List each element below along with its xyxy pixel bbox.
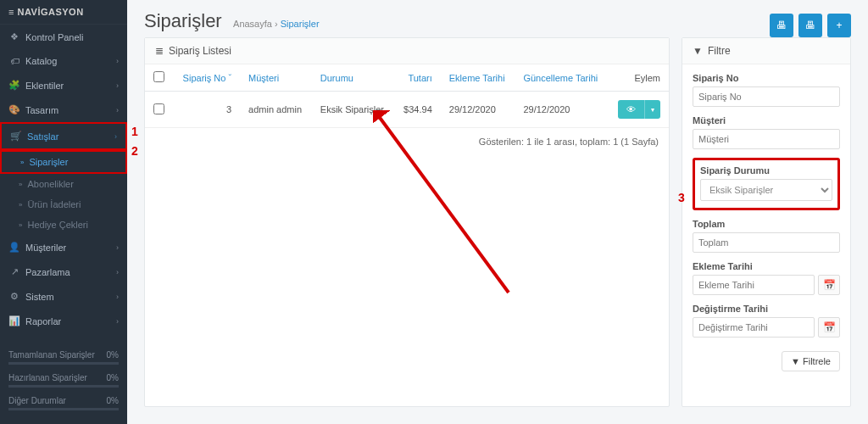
nav-icon: ↗ xyxy=(8,266,20,277)
filter-title: Filtre xyxy=(708,45,731,57)
filter-status-select[interactable]: Eksik Siparişler xyxy=(700,179,832,201)
nav-label: Katalog xyxy=(25,56,57,66)
filter-customer-label: Müşteri xyxy=(693,115,840,126)
shipping-button[interactable]: 🖶 xyxy=(798,14,822,37)
sidebar-item-pazarlama[interactable]: ↗Pazarlama› xyxy=(0,259,127,284)
chevron-right-icon: › xyxy=(116,57,119,65)
col-date-modified[interactable]: Güncelleme Tarihi xyxy=(515,64,608,92)
nav-sub-label: Ürün İadeleri xyxy=(27,199,81,209)
col-order-no[interactable]: Sipariş No ˇ xyxy=(173,64,240,92)
filter-orderno-label: Sipariş No xyxy=(693,73,840,83)
invoice-button[interactable]: 🖶 xyxy=(770,14,793,37)
bullet-icon: » xyxy=(20,159,24,166)
funnel-icon: ▼ xyxy=(693,45,703,57)
list-icon: ≣ xyxy=(155,45,164,57)
plus-icon: + xyxy=(836,20,842,31)
nav-sub-label: Hediye Çekleri xyxy=(27,220,88,230)
calendar-icon[interactable]: 📅 xyxy=(818,275,840,295)
pagination-summary: Gösterilen: 1 ile 1 arası, toplam: 1 (1 … xyxy=(145,128,669,155)
sidebar-item-sistem[interactable]: ⚙Sistem› xyxy=(0,284,127,309)
nav-label: Tasarım xyxy=(25,105,58,115)
gauge: Hazırlanan Siparişler0% xyxy=(8,373,119,388)
nav-icon: 🧩 xyxy=(8,80,20,91)
sidebar-subitem-ürün-i̇adeleri[interactable]: »Ürün İadeleri xyxy=(0,194,127,215)
print-icon: 🖶 xyxy=(776,20,787,31)
nav-sub-label: Abonelikler xyxy=(27,179,73,189)
col-action: Eylem xyxy=(608,64,669,92)
cell-date-modified: 29/12/2020 xyxy=(515,92,608,128)
sidebar-item-katalog[interactable]: 🏷Katalog› xyxy=(0,49,127,73)
filter-total-label: Toplam xyxy=(693,219,840,229)
breadcrumb-current[interactable]: Siparişler xyxy=(281,19,320,29)
nav-icon: 🏷 xyxy=(8,56,20,66)
order-list-panel: ≣ Sipariş Listesi Sipariş No ˇ Müşteri D… xyxy=(144,37,670,407)
sidebar-subitem-abonelikler[interactable]: »Abonelikler xyxy=(0,174,127,194)
cell-customer: admin admin xyxy=(240,92,312,128)
nav-label: Satışlar xyxy=(27,131,58,142)
cell-date-added: 29/12/2020 xyxy=(441,92,515,128)
print-icon: 🖶 xyxy=(805,20,815,31)
view-order-button[interactable]: 👁▾ xyxy=(618,100,660,119)
filter-date-added-input[interactable] xyxy=(693,275,815,295)
sidebar-item-eklentiler[interactable]: 🧩Eklentiler› xyxy=(0,73,127,98)
nav-icon: 👤 xyxy=(8,242,20,253)
filter-submit-button[interactable]: ▼ Filtrele xyxy=(782,351,840,371)
nav-icon: 🛒 xyxy=(10,131,22,142)
sidebar-item-raporlar[interactable]: 📊Raporlar› xyxy=(0,309,127,333)
sidebar-item-tasarım[interactable]: 🎨Tasarım› xyxy=(0,98,127,122)
page-title: Siparişler xyxy=(144,10,222,32)
dropdown-caret[interactable]: ▾ xyxy=(644,100,660,119)
breadcrumb: Anasayfa › Siparişler xyxy=(233,19,320,29)
nav-sub-label: Siparişler xyxy=(29,157,68,167)
nav-icon: ⚙ xyxy=(8,291,20,302)
chevron-right-icon: › xyxy=(116,81,119,90)
nav-label: Pazarlama xyxy=(25,267,70,277)
filter-status-label: Sipariş Durumu xyxy=(700,165,832,176)
chevron-right-icon: › xyxy=(116,243,119,252)
filter-customer-input[interactable] xyxy=(693,129,840,149)
chevron-right-icon: › xyxy=(114,132,117,141)
nav-label: Raporlar xyxy=(25,316,61,326)
col-date-added[interactable]: Ekleme Tarihi xyxy=(441,64,515,92)
nav-icon: ❖ xyxy=(8,31,20,42)
gauge: Tamamlanan Siparişler0% xyxy=(8,350,119,365)
nav-label: Eklentiler xyxy=(25,81,64,91)
chevron-right-icon: › xyxy=(116,106,119,114)
bullet-icon: » xyxy=(19,201,22,209)
row-checkbox[interactable] xyxy=(153,103,164,114)
breadcrumb-sep: › xyxy=(275,19,278,29)
filter-orderno-input[interactable] xyxy=(693,86,840,107)
table-row: 3admin adminEksik Siparişler$34.9429/12/… xyxy=(145,92,669,128)
chevron-right-icon: › xyxy=(116,293,119,301)
panel-title: Sipariş Listesi xyxy=(169,45,231,57)
cell-order-id: 3 xyxy=(173,92,240,128)
breadcrumb-home[interactable]: Anasayfa xyxy=(233,19,272,29)
nav-title: ≡ NAVİGASYON xyxy=(0,0,127,25)
filter-date-modified-input[interactable] xyxy=(693,317,815,338)
select-all-checkbox[interactable] xyxy=(153,71,164,82)
nav-label: Kontrol Paneli xyxy=(25,32,84,42)
add-button[interactable]: + xyxy=(827,14,851,37)
nav-label: Sistem xyxy=(25,292,54,302)
col-total[interactable]: Tutarı xyxy=(394,64,441,92)
sidebar-subitem-hediye-çekleri[interactable]: »Hediye Çekleri xyxy=(0,215,127,235)
nav-icon: 🎨 xyxy=(8,104,20,115)
nav-label: Müşteriler xyxy=(25,243,66,253)
filter-date-modified-label: Değiştirme Tarihi xyxy=(693,304,840,314)
sidebar-item-müşteriler[interactable]: 👤Müşteriler› xyxy=(0,235,127,259)
cell-total: $34.94 xyxy=(394,92,441,128)
col-customer[interactable]: Müşteri xyxy=(240,64,312,92)
filter-date-added-label: Ekleme Tarihi xyxy=(693,261,840,271)
calendar-icon[interactable]: 📅 xyxy=(818,317,840,338)
filter-panel: ▼ Filtre Sipariş No Müşteri Sipariş Duru… xyxy=(682,37,851,407)
funnel-icon: ▼ xyxy=(791,356,800,366)
sidebar-item-kontrol-paneli[interactable]: ❖Kontrol Paneli xyxy=(0,25,127,49)
gauge: Diğer Durumlar0% xyxy=(8,396,119,410)
col-status[interactable]: Durumu xyxy=(312,64,394,92)
chevron-right-icon: › xyxy=(116,268,119,276)
sidebar: ≡ NAVİGASYON ❖Kontrol Paneli🏷Katalog›🧩Ek… xyxy=(0,0,127,424)
sidebar-subitem-siparişler[interactable]: »Siparişler xyxy=(0,150,127,174)
filter-total-input[interactable] xyxy=(693,232,840,253)
sidebar-item-satışlar[interactable]: 🛒Satışlar› xyxy=(0,122,127,150)
nav-icon: 📊 xyxy=(8,315,20,326)
